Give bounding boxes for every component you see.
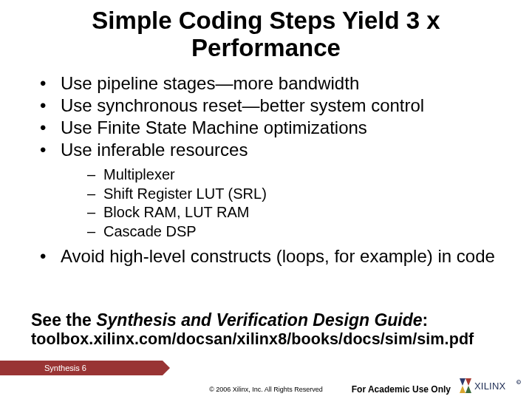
slide-footer: Synthesis 6 © 2006 Xilinx, Inc. All Righ… [0,359,532,399]
svg-marker-2 [466,378,471,386]
svg-marker-1 [460,386,466,393]
slide-title: Simple Coding Steps Yield 3 x Performanc… [0,0,532,72]
sub-bullet-list: Multiplexer Shift Register LUT (SRL) Blo… [61,166,502,241]
guide-prefix: See the [31,310,96,330]
main-bullet-list: Use pipeline stages—more bandwidth Use s… [40,72,502,267]
sub-bullet-item: Cascade DSP [87,222,502,242]
svg-marker-0 [460,378,466,386]
xilinx-logo: XILINX R [458,377,525,395]
bullet-item: Use Finite State Machine optimizations [40,117,502,139]
guide-heading: See the Synthesis and Verification Desig… [31,310,528,330]
sub-bullet-item: Shift Register LUT (SRL) [87,185,502,204]
bullet-item: Use pipeline stages—more bandwidth [40,72,502,95]
bullet-item: Use inferable resources Multiplexer Shif… [40,139,502,241]
bullet-item: Use synchronous reset—better system cont… [40,95,502,117]
sub-bullet-item: Block RAM, LUT RAM [87,203,502,222]
footer-academic-note: For Academic Use Only [352,384,451,395]
guide-suffix: : [423,310,429,330]
guide-title: Synthesis and Verification Design Guide [96,310,422,330]
sub-bullet-item: Multiplexer [87,166,502,185]
bullet-text: Use inferable resources [61,140,248,160]
logo-text: XILINX [474,381,506,392]
footer-section-bar: Synthesis 6 [0,361,163,375]
footer-copyright: © 2006 Xilinx, Inc. All Rights Reserved [0,386,532,393]
bullet-item: Avoid high-level constructs (loops, for … [40,245,502,267]
guide-url: toolbox.xilinx.com/docsan/xilinx8/books/… [31,330,528,349]
svg-marker-3 [466,386,471,393]
guide-callout: See the Synthesis and Verification Desig… [27,309,532,350]
slide-body: Use pipeline stages—more bandwidth Use s… [0,72,532,267]
